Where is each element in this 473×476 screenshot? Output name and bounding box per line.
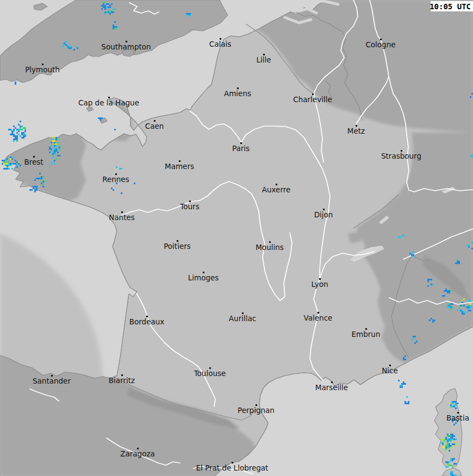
radar-echo-cell [447, 305, 449, 306]
city: Nice [382, 365, 398, 375]
radar-echo-cell [447, 466, 449, 468]
radar-echo-cell [453, 458, 455, 460]
city-label: Perpignan [238, 406, 275, 415]
radar-echo-cell [401, 383, 403, 385]
radar-echo-cell [103, 3, 104, 5]
radar-echo-cell [453, 463, 455, 465]
city-label: Calais [209, 40, 232, 48]
radar-echo-cell [449, 465, 450, 466]
radar-echo-cell [450, 306, 452, 308]
radar-echo-cell [52, 140, 54, 142]
radar-echo-cell [15, 137, 16, 139]
radar-echo-cell [416, 341, 418, 342]
radar-echo-cell [64, 44, 65, 46]
radar-echo-cell [57, 139, 59, 140]
radar-echo-cell [411, 254, 413, 256]
radar-echo-cell [442, 439, 444, 440]
radar-echo-cell [111, 187, 113, 189]
radar-echo-cell [468, 245, 470, 246]
radar-echo-cell [442, 447, 444, 448]
radar-echo-cell [23, 135, 24, 137]
radar-echo-cell [188, 15, 189, 16]
radar-echo-cell [445, 290, 447, 292]
radar-echo-cell [447, 439, 449, 440]
radar-echo-cell [42, 176, 44, 178]
radar-echo-cell [54, 153, 55, 155]
city-label: Metz [347, 127, 365, 135]
radar-echo-cell [449, 303, 450, 305]
radar-echo-cell [5, 163, 7, 165]
radar-echo-cell [462, 311, 463, 313]
radar-echo-cell [457, 262, 458, 264]
radar-echo-cell [20, 165, 21, 166]
radar-echo-cell [449, 461, 450, 463]
radar-echo-cell [13, 156, 15, 158]
city-label: Lyon [311, 280, 328, 289]
city-label: Cologne [365, 40, 395, 49]
radar-echo-cell [104, 13, 106, 15]
radar-echo-cell [2, 160, 3, 161]
radar-echo-cell [404, 401, 406, 403]
radar-echo-cell [42, 179, 44, 181]
city: Metz [347, 125, 365, 135]
radar-echo-cell [57, 150, 59, 152]
radar-echo-cell [466, 306, 468, 308]
radar-echo-cell [13, 140, 15, 142]
radar-echo-cell [54, 143, 55, 145]
radar-map-stage[interactable]: SouthamptonPlymouthCalaisLilleCologneAmi… [0, 0, 473, 476]
radar-echo-cell [111, 3, 113, 5]
radar-echo-cell [36, 189, 38, 191]
radar-echo-cell [445, 450, 447, 452]
city-label: Marseille [315, 383, 348, 392]
radar-echo-cell [463, 305, 465, 306]
radar-echo-cell [59, 147, 60, 148]
radar-echo-cell [57, 152, 59, 153]
radar-echo-cell [49, 147, 51, 148]
radar-map[interactable]: SouthamptonPlymouthCalaisLilleCologneAmi… [0, 0, 473, 476]
radar-echo-cell [445, 466, 447, 468]
radar-echo-cell [398, 236, 400, 238]
radar-echo-cell [452, 303, 453, 305]
radar-echo-cell [431, 279, 432, 280]
radar-echo-cell [450, 440, 452, 442]
radar-echo-cell [15, 135, 16, 137]
radar-echo-cell [431, 318, 432, 320]
radar-echo-cell [452, 439, 453, 440]
radar-echo-cell [3, 160, 5, 161]
radar-echo-cell [450, 308, 452, 310]
radar-echo-cell [64, 42, 65, 44]
radar-echo-cell [404, 355, 406, 357]
radar-echo-cell [427, 279, 429, 280]
radar-echo-cell [10, 158, 11, 160]
radar-echo-cell [189, 13, 191, 15]
radar-echo-cell [449, 445, 450, 447]
radar-echo-cell [70, 47, 72, 49]
radar-echo-cell [447, 463, 449, 465]
radar-echo-cell [450, 445, 452, 447]
radar-echo-cell [21, 134, 23, 135]
radar-echo-cell [450, 290, 452, 292]
radar-echo-cell [114, 26, 116, 28]
radar-echo-cell [445, 461, 447, 463]
radar-echo-cell [404, 359, 406, 360]
radar-echo-cell [55, 150, 57, 152]
radar-echo-cell [431, 284, 432, 285]
radar-echo-cell [3, 163, 5, 165]
city-label: Limoges [188, 273, 219, 282]
radar-echo-cell [465, 306, 466, 308]
radar-echo-cell [116, 26, 117, 28]
radar-echo-cell [15, 139, 16, 140]
radar-echo-cell [455, 439, 457, 440]
radar-echo-cell [49, 148, 51, 150]
radar-echo-cell [55, 137, 57, 139]
radar-echo-cell [57, 155, 59, 156]
radar-echo-cell [452, 466, 453, 468]
radar-echo-cell [468, 305, 470, 306]
radar-echo-cell [468, 300, 470, 302]
radar-echo-cell [449, 443, 450, 445]
radar-echo-cell [452, 435, 453, 437]
radar-echo-cell [8, 168, 10, 170]
city-label: El Prat de Llobregat [196, 464, 269, 472]
radar-echo-cell [447, 290, 449, 292]
radar-echo-cell [54, 147, 55, 148]
